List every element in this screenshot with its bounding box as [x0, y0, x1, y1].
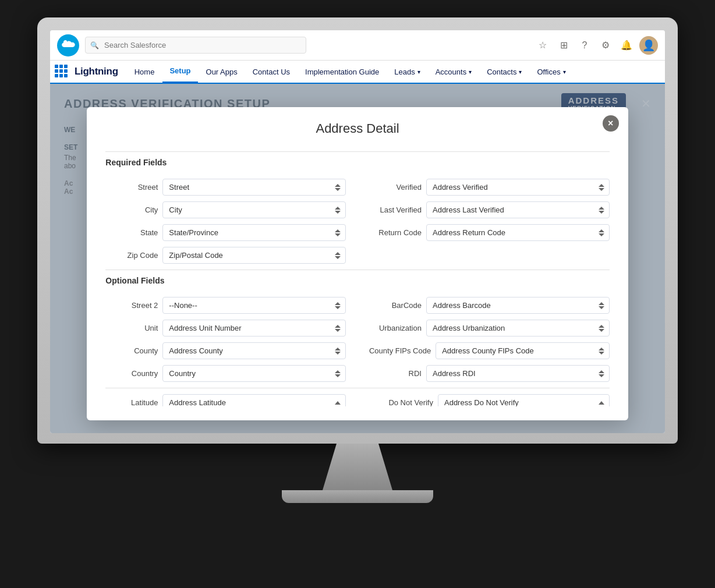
verified-label: Verified: [369, 183, 422, 192]
city-select[interactable]: City: [162, 201, 346, 218]
form-row-barcode: BarCode Address Barcode: [369, 297, 610, 314]
zipcode-label: Zip Code: [105, 251, 158, 260]
monitor-bezel: 🔍 ☆ ⊞ ? ⚙ 🔔 👤 Ligh: [37, 17, 678, 444]
modal-close-button[interactable]: ×: [603, 115, 619, 132]
favorites-icon[interactable]: ☆: [535, 37, 551, 54]
leads-chevron: ▾: [417, 69, 420, 75]
monitor-screen: 🔍 ☆ ⊞ ? ⚙ 🔔 👤 Ligh: [50, 30, 665, 433]
nav-item-accounts[interactable]: Accounts ▾: [429, 60, 479, 83]
nav-item-contacts[interactable]: Contacts ▾: [480, 60, 529, 83]
form-row-street: Street Street: [105, 179, 346, 196]
urbanization-select[interactable]: Address Urbanization: [426, 320, 610, 336]
monitor-base: [282, 490, 433, 503]
street-select[interactable]: Street: [162, 179, 346, 196]
unit-label: Unit: [105, 324, 158, 332]
rdi-select[interactable]: Address RDI: [426, 365, 610, 382]
lastverified-select[interactable]: Address Last Verified: [426, 201, 610, 218]
nav-item-leads[interactable]: Leads ▾: [387, 60, 427, 83]
modal-header: Address Detail ×: [87, 107, 628, 142]
required-left-col: Street Street City City: [105, 179, 346, 270]
optional-fields-title: Optional Fields: [105, 270, 609, 291]
latitude-select[interactable]: Address Latitude: [162, 394, 346, 406]
form-row-unit: Unit Address Unit Number: [105, 320, 346, 336]
returncode-label: Return Code: [369, 228, 422, 237]
nav-item-ourapps[interactable]: Our Apps: [199, 60, 245, 83]
nav-item-setup[interactable]: Setup: [162, 60, 197, 83]
accounts-chevron: ▾: [469, 69, 472, 75]
form-row-latitude: Latitude Address Latitude: [105, 394, 346, 406]
rdi-label: RDI: [369, 369, 422, 378]
salesforce-logo[interactable]: [57, 34, 79, 56]
county-select[interactable]: Address County: [162, 342, 346, 359]
zipcode-select[interactable]: Zip/Postal Code: [162, 247, 346, 264]
country-select[interactable]: Country: [162, 365, 346, 382]
latitude-label: Latitude: [105, 398, 158, 406]
required-fields-grid: Street Street City City: [105, 179, 609, 270]
countyfips-label: County FIPs Code: [369, 346, 431, 355]
optional-left-col: Street 2 --None-- Unit Address Unit: [105, 297, 346, 388]
required-fields-title: Required Fields: [105, 151, 609, 173]
contacts-chevron: ▾: [519, 69, 522, 75]
search-input[interactable]: [85, 37, 306, 54]
page-content: ADDRESS VERIFICATION SETUP ADDRESS VERIF…: [50, 84, 665, 433]
lastverified-label: Last Verified: [369, 206, 422, 214]
nav-bar: Lightning Home Setup Our Apps Contact Us…: [50, 61, 665, 84]
nav-item-offices[interactable]: Offices ▾: [530, 60, 572, 83]
form-row-state: State State/Province: [105, 224, 346, 241]
form-row-county: County Address County: [105, 342, 346, 359]
state-select[interactable]: State/Province: [162, 224, 346, 241]
unit-select[interactable]: Address Unit Number: [162, 320, 346, 336]
returncode-select[interactable]: Address Return Code: [426, 224, 610, 241]
form-row-donotverify: Do Not Verify Address Do Not Verify: [369, 394, 610, 406]
search-container: 🔍: [85, 37, 306, 54]
street2-select[interactable]: --None--: [162, 297, 346, 314]
salesforce-header: 🔍 ☆ ⊞ ? ⚙ 🔔 👤: [50, 30, 665, 61]
donotverify-select[interactable]: Address Do Not Verify: [438, 394, 610, 406]
monitor-stand: [323, 444, 392, 490]
user-avatar[interactable]: 👤: [639, 36, 658, 55]
form-row-country: Country Country: [105, 365, 346, 382]
search-icon: 🔍: [90, 41, 99, 49]
barcode-select[interactable]: Address Barcode: [426, 297, 610, 314]
optional-fields-grid: Street 2 --None-- Unit Address Unit: [105, 297, 609, 388]
street-label: Street: [105, 183, 158, 192]
partial-left: Latitude Address Latitude: [105, 394, 346, 406]
modal-body: Required Fields Street Street: [87, 142, 628, 420]
help-icon[interactable]: ?: [576, 37, 593, 54]
address-detail-modal: Address Detail × Required Fields Street: [87, 107, 628, 420]
modal-title: Address Detail: [105, 121, 609, 136]
form-row-rdi: RDI Address RDI: [369, 365, 610, 382]
nav-item-home[interactable]: Home: [128, 60, 162, 83]
app-grid-icon[interactable]: [55, 65, 69, 79]
modal-overlay: Address Detail × Required Fields Street: [50, 84, 665, 433]
form-row-countyfips: County FIPs Code Address County FIPs Cod…: [369, 342, 610, 359]
settings-icon[interactable]: ⚙: [597, 37, 614, 54]
street2-label: Street 2: [105, 301, 158, 310]
monitor-outer: 🔍 ☆ ⊞ ? ⚙ 🔔 👤 Ligh: [37, 17, 678, 503]
nav-item-implementation[interactable]: Implementation Guide: [298, 60, 386, 83]
add-icon[interactable]: ⊞: [555, 37, 572, 54]
partial-fields-grid: Latitude Address Latitude Do Not Verify: [105, 388, 609, 406]
donotverify-label: Do Not Verify: [369, 398, 433, 406]
barcode-label: BarCode: [369, 301, 422, 310]
verified-select[interactable]: Address Verified: [426, 179, 610, 196]
form-row-city: City City: [105, 201, 346, 218]
form-row-returncode: Return Code Address Return Code: [369, 224, 610, 241]
offices-chevron: ▾: [563, 69, 566, 75]
countyfips-select[interactable]: Address County FIPs Code: [436, 342, 609, 359]
app-name: Lightning: [75, 66, 118, 77]
form-row-urbanization: Urbanization Address Urbanization: [369, 320, 610, 336]
form-row-lastverified: Last Verified Address Last Verified: [369, 201, 610, 218]
form-row-verified: Verified Address Verified: [369, 179, 610, 196]
partial-right: Do Not Verify Address Do Not Verify: [369, 394, 610, 406]
nav-item-contactus[interactable]: Contact Us: [246, 60, 297, 83]
optional-right-col: BarCode Address Barcode Urbanization: [369, 297, 610, 388]
state-label: State: [105, 228, 158, 237]
county-label: County: [105, 346, 158, 355]
form-row-street2: Street 2 --None--: [105, 297, 346, 314]
notifications-icon[interactable]: 🔔: [618, 37, 635, 54]
country-label: Country: [105, 369, 158, 378]
form-row-zipcode: Zip Code Zip/Postal Code: [105, 247, 346, 264]
required-right-col: Verified Address Verified Last Verified: [369, 179, 610, 270]
city-label: City: [105, 206, 158, 214]
